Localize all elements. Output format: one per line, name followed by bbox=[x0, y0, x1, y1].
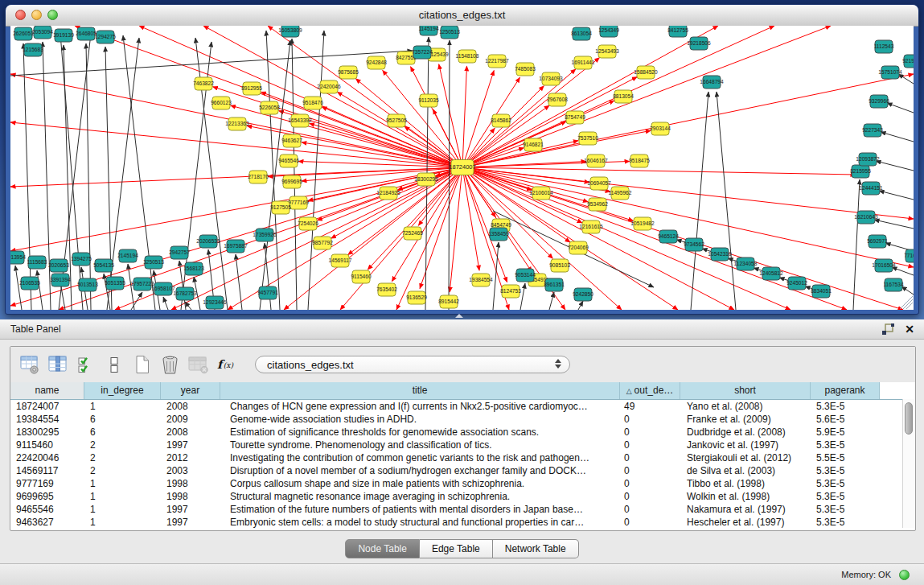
table-row[interactable]: 969969511998Structural magnetic resonanc… bbox=[10, 490, 915, 503]
graph-node[interactable]: 2053094 bbox=[32, 26, 53, 39]
graph-node[interactable]: 3913954 bbox=[10, 251, 26, 264]
graph-node[interactable]: 8412755 bbox=[667, 26, 688, 37]
scrollbar-thumb[interactable] bbox=[905, 402, 913, 435]
graph-node[interactable]: 12543493 bbox=[595, 45, 619, 58]
graph-node[interactable]: 1112543 bbox=[874, 40, 894, 53]
select-all-columns-icon[interactable] bbox=[75, 354, 97, 376]
graph-node[interactable]: 1145194 bbox=[418, 26, 439, 35]
graph-node[interactable]: 9875685 bbox=[338, 66, 359, 79]
tab-node-table[interactable]: Node Table bbox=[345, 539, 420, 558]
delete-table-icon[interactable] bbox=[187, 354, 209, 376]
table-row[interactable]: 1830029562008Estimation of significance … bbox=[10, 426, 915, 439]
table-row[interactable]: 946362711997Embryonic stem cells: a mode… bbox=[10, 516, 915, 529]
graph-node[interactable]: 17359926 bbox=[253, 229, 277, 241]
new-column-icon[interactable] bbox=[131, 354, 153, 376]
graph-node[interactable]: 7710632 bbox=[904, 249, 914, 262]
window-titlebar[interactable]: citations_edges.txt bbox=[6, 5, 918, 27]
graph-node[interactable]: 2967608 bbox=[547, 93, 568, 106]
graph-node[interactable]: 18724007 bbox=[449, 160, 475, 175]
graph-node[interactable]: 8613054 bbox=[571, 27, 592, 40]
column-header-indegree[interactable]: in_degree bbox=[84, 382, 161, 399]
close-panel-icon[interactable]: ✕ bbox=[905, 319, 914, 339]
resize-grip-icon[interactable] bbox=[900, 296, 913, 309]
graph-node[interactable]: 1115683 bbox=[27, 256, 47, 269]
graph-node[interactable]: 1294275 bbox=[95, 31, 116, 43]
graph-node[interactable]: 7254026 bbox=[298, 217, 318, 230]
citation-network-graph[interactable]: 9242848 8427552 12125439 11548108 122179… bbox=[10, 26, 914, 310]
graph-node[interactable]: 15884520 bbox=[634, 66, 658, 79]
graph-node[interactable]: 11234058 bbox=[734, 257, 758, 270]
graph-node[interactable]: 7204069 bbox=[568, 241, 589, 254]
tab-network-table[interactable]: Network Table bbox=[493, 539, 579, 558]
graph-node[interactable]: 9463627 bbox=[281, 134, 302, 147]
function-builder-icon[interactable]: f (x) bbox=[216, 354, 237, 376]
graph-node[interactable]: 2942757 bbox=[169, 246, 190, 259]
graph-node[interactable]: 12217987 bbox=[485, 55, 509, 68]
graph-node[interactable]: 9115460 bbox=[351, 270, 372, 283]
graph-node[interactable]: 2106535 bbox=[19, 277, 40, 290]
graph-node[interactable]: 10519482 bbox=[630, 217, 655, 230]
column-header-title[interactable]: title bbox=[220, 382, 620, 399]
graph-node[interactable]: 14569117 bbox=[329, 254, 352, 267]
graph-node[interactable]: 2626051 bbox=[13, 27, 34, 40]
graph-node[interactable]: 8961351 bbox=[544, 278, 565, 291]
graph-node[interactable]: 8754749 bbox=[565, 111, 585, 124]
graph-node[interactable]: 3391394 bbox=[50, 274, 71, 286]
graph-node[interactable]: 9085103 bbox=[549, 259, 570, 272]
table-row[interactable]: 1872400712008Changes of HCN gene express… bbox=[10, 400, 915, 413]
graph-node[interactable]: 9329966 bbox=[869, 95, 889, 108]
graph-node[interactable]: 9777169 bbox=[288, 196, 309, 209]
graph-node[interactable]: 9127505 bbox=[270, 201, 291, 214]
graph-node[interactable]: 5226058 bbox=[259, 101, 280, 114]
graph-node[interactable]: 9242848 bbox=[366, 56, 387, 69]
column-header-short[interactable]: short bbox=[680, 382, 811, 399]
graph-node[interactable]: 12923446 bbox=[203, 296, 227, 309]
graph-node[interactable]: 16975887 bbox=[224, 240, 248, 253]
graph-node[interactable]: 16053809 bbox=[278, 26, 302, 37]
table-select-dropdown[interactable]: citations_edges.txt bbox=[255, 356, 570, 373]
graph-node[interactable]: 7537510 bbox=[577, 132, 598, 145]
table-mode-icon[interactable] bbox=[18, 354, 40, 376]
graph-node[interactable]: 17016504 bbox=[872, 259, 896, 272]
graph-node[interactable]: 12213363 bbox=[225, 117, 249, 130]
table-row[interactable]: 1938455462009Genome-wide association stu… bbox=[10, 413, 915, 426]
graph-node[interactable]: 2903144 bbox=[650, 122, 671, 135]
column-header-outde[interactable]: △out_de… bbox=[620, 382, 680, 399]
graph-node[interactable]: 2145194 bbox=[117, 249, 138, 262]
graph-node[interactable]: 9527505 bbox=[386, 114, 407, 127]
splitter-collapse-handle[interactable] bbox=[455, 314, 463, 318]
graph-node[interactable]: 12405812 bbox=[759, 267, 783, 280]
graph-node[interactable]: 9465124 bbox=[658, 230, 679, 243]
graph-node[interactable]: 7485083 bbox=[515, 63, 536, 76]
graph-node[interactable]: 8912955 bbox=[241, 82, 262, 95]
graph-node[interactable]: 5054135 bbox=[93, 259, 114, 272]
table-row[interactable]: 1456911722003Disruption of a novel membe… bbox=[10, 464, 915, 477]
graph-node[interactable]: 19384554 bbox=[469, 274, 493, 286]
graph-node[interactable]: 9457791 bbox=[257, 286, 278, 299]
graph-node[interactable]: 16648794 bbox=[700, 76, 724, 89]
network-canvas[interactable]: 9242848 8427552 12125439 11548108 122179… bbox=[10, 26, 914, 310]
graph-node[interactable]: 12106014 bbox=[529, 187, 553, 200]
graph-node[interactable]: 9857792 bbox=[312, 237, 333, 249]
delete-column-icon[interactable] bbox=[159, 354, 181, 376]
graph-node[interactable]: 8215955 bbox=[850, 165, 871, 178]
graph-node[interactable]: 1358459 bbox=[488, 228, 509, 241]
graph-node[interactable]: 11548108 bbox=[456, 50, 479, 63]
graph-node[interactable]: 8813054 bbox=[613, 90, 634, 103]
graph-node[interactable]: 9112035 bbox=[418, 94, 439, 107]
graph-node[interactable]: 1215683 bbox=[23, 43, 43, 56]
float-window-icon[interactable] bbox=[881, 323, 894, 336]
graph-node[interactable]: 8145862 bbox=[491, 114, 511, 127]
graph-node[interactable]: 10734093 bbox=[539, 72, 563, 85]
graph-node[interactable]: 9245012 bbox=[786, 277, 807, 290]
table-row[interactable]: 2242004622012Investigating the contribut… bbox=[10, 451, 915, 464]
graph-node[interactable]: 3919139 bbox=[53, 29, 74, 42]
graph-node[interactable]: 9660123 bbox=[211, 97, 232, 109]
graph-node[interactable]: 9242850 bbox=[573, 288, 593, 301]
graph-node[interactable]: 16543392 bbox=[288, 114, 312, 127]
graph-node[interactable]: 12184925 bbox=[376, 187, 400, 200]
graph-node[interactable]: 8834051 bbox=[811, 285, 832, 298]
graph-node[interactable]: 9219506 bbox=[902, 55, 914, 68]
graph-node[interactable]: 22420046 bbox=[317, 80, 341, 93]
graph-node[interactable]: 8124753 bbox=[500, 285, 521, 298]
